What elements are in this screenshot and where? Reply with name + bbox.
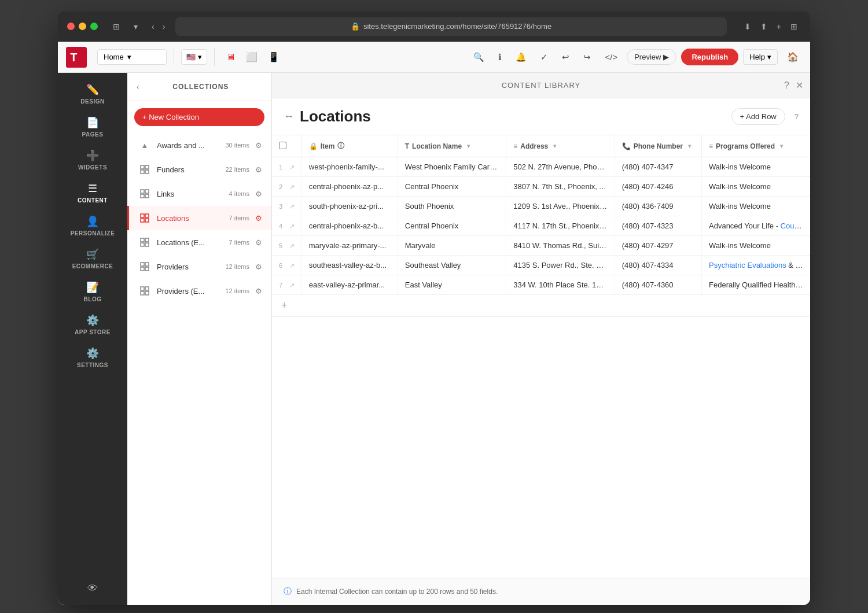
collection-item-funders[interactable]: Funders 22 items ⚙ — [127, 157, 271, 182]
desktop-device-button[interactable]: 🖥 — [222, 48, 240, 66]
row4-programs[interactable]: Advanced Your Life - Court O — [702, 216, 811, 236]
providers-gear-icon[interactable]: ⚙ — [255, 263, 262, 271]
downloads-button[interactable]: ⬇ — [741, 20, 755, 34]
info-button[interactable]: ℹ — [494, 49, 506, 66]
collection-item-providers[interactable]: Providers 12 items ⚙ — [127, 254, 271, 279]
row1-item[interactable]: west-phoenix-family-... — [301, 157, 398, 177]
tab-chevron-button[interactable]: ▾ — [130, 20, 141, 34]
row3-expand-icon[interactable]: ↗ — [289, 203, 295, 210]
row3-programs[interactable]: Walk-ins Welcome — [702, 197, 811, 216]
row7-expand-icon[interactable]: ↗ — [289, 282, 295, 289]
row1-address[interactable]: 502 N. 27th Avenue, Phoenix, A — [506, 157, 615, 177]
row4-expand-icon[interactable]: ↗ — [289, 223, 295, 230]
address-bar[interactable]: 🔒 sites.telegenicmarketing.com/home/site… — [175, 17, 726, 36]
row1-phone[interactable]: (480) 407-4347 — [615, 157, 701, 177]
row5-phone[interactable]: (480) 407-4297 — [615, 236, 701, 256]
row6-programs-link[interactable]: Psychiatric Evaluations — [709, 261, 786, 269]
undo-button[interactable]: ↩ — [557, 49, 574, 66]
new-collection-button[interactable]: + New Collection — [134, 108, 264, 126]
th-location-sort-icon[interactable]: ▾ — [467, 143, 470, 149]
minimize-button[interactable] — [79, 23, 86, 30]
th-address-sort-icon[interactable]: ▾ — [553, 143, 556, 149]
row5-programs[interactable]: Walk-ins Welcome — [702, 236, 811, 256]
th-phone-sort-icon[interactable]: ▾ — [688, 143, 691, 149]
home-button[interactable]: 🏠 — [782, 48, 803, 66]
row2-item[interactable]: central-phoenix-az-p... — [301, 177, 398, 197]
row2-location-name[interactable]: Central Phoenix — [398, 177, 506, 197]
content-library-close-button[interactable]: ✕ — [796, 80, 803, 91]
sidebar-item-content[interactable]: ☰ CONTENT — [67, 178, 119, 208]
row6-expand-icon[interactable]: ↗ — [289, 262, 295, 269]
maximize-button[interactable] — [90, 23, 98, 30]
sidebar-item-accessibility[interactable]: 👁 — [67, 578, 119, 599]
grid-button[interactable]: ⊞ — [787, 20, 801, 34]
row5-expand-icon[interactable]: ↗ — [289, 242, 295, 249]
row3-location-name[interactable]: South Phoenix — [398, 197, 506, 216]
row7-item[interactable]: east-valley-az-primar... — [301, 275, 398, 295]
row4-programs-link[interactable]: Court O — [781, 221, 807, 230]
row5-location-name[interactable]: Maryvale — [398, 236, 506, 256]
collapse-button[interactable]: ‹ — [137, 82, 139, 91]
collection-item-awards[interactable]: ▲ Awards and ... 30 items ⚙ — [127, 133, 271, 157]
sidebar-item-blog[interactable]: 📝 BLOG — [67, 276, 119, 307]
th-programs-sort-icon[interactable]: ▾ — [780, 143, 783, 149]
page-selector[interactable]: Home ▾ — [97, 49, 167, 65]
forward-button[interactable]: › — [159, 20, 169, 34]
row5-address[interactable]: 8410 W. Thomas Rd., Suite 116 — [506, 236, 615, 256]
sidebar-item-ecommerce[interactable]: 🛒 ECOMMERCE — [67, 243, 119, 274]
back-button[interactable]: ‹ — [148, 20, 158, 34]
sidebar-item-widgets[interactable]: ➕ WIDGETS — [67, 145, 119, 175]
locations-e-gear-icon[interactable]: ⚙ — [255, 238, 262, 247]
row4-item[interactable]: central-phoenix-az-b... — [301, 216, 398, 236]
row6-phone[interactable]: (480) 407-4334 — [615, 256, 701, 275]
collection-item-locations-e[interactable]: Locations (E... 7 items ⚙ — [127, 230, 271, 254]
row6-programs[interactable]: Psychiatric Evaluations & Me — [702, 256, 811, 275]
language-selector[interactable]: 🇺🇸 ▾ — [181, 49, 207, 65]
row7-location-name[interactable]: East Valley — [398, 275, 506, 295]
row5-item[interactable]: maryvale-az-primary-... — [301, 236, 398, 256]
locations-gear-icon[interactable]: ⚙ — [255, 214, 262, 223]
row1-programs[interactable]: Walk-ins Welcome — [702, 157, 811, 177]
links-gear-icon[interactable]: ⚙ — [255, 190, 262, 198]
row3-item[interactable]: south-phoenix-az-pri... — [301, 197, 398, 216]
row6-item[interactable]: southeast-valley-az-b... — [301, 256, 398, 275]
redo-button[interactable]: ↪ — [579, 49, 595, 66]
row4-address[interactable]: 4117 N. 17th St., Phoenix, AZ 85 — [506, 216, 615, 236]
check-button[interactable]: ✓ — [536, 49, 553, 66]
notifications-button[interactable]: 🔔 — [511, 49, 531, 66]
preview-button[interactable]: Preview ▶ — [627, 49, 676, 65]
collection-item-providers-e[interactable]: Providers (E... 12 items ⚙ — [127, 279, 271, 303]
search-button[interactable]: 🔍 — [469, 49, 489, 66]
sidebar-item-personalize[interactable]: 👤 PERSONALIZE — [67, 211, 119, 241]
help-button[interactable]: Help ▾ — [743, 49, 778, 65]
row6-location-name[interactable]: Southeast Valley — [398, 256, 506, 275]
republish-button[interactable]: Republish — [681, 49, 738, 65]
close-button[interactable] — [67, 23, 75, 30]
collection-item-links[interactable]: Links 4 items ⚙ — [127, 182, 271, 206]
awards-gear-icon[interactable]: ⚙ — [255, 141, 262, 150]
row6-address[interactable]: 4135 S. Power Rd., Ste. 108, Me — [506, 256, 615, 275]
th-item-info-icon[interactable]: ⓘ — [337, 141, 344, 151]
content-library-help-button[interactable]: ? — [784, 80, 789, 91]
sidebar-item-settings[interactable]: ⚙️ SETTINGS — [67, 342, 119, 373]
row7-programs[interactable]: Federally Qualified Health Ce — [702, 275, 811, 295]
select-all-checkbox[interactable] — [279, 142, 286, 149]
sidebar-item-appstore[interactable]: ⚙️ APP STORE — [67, 309, 119, 340]
tablet-device-button[interactable]: ⬜ — [241, 48, 262, 66]
row3-phone[interactable]: (480) 436-7409 — [615, 197, 701, 216]
row2-expand-icon[interactable]: ↗ — [289, 183, 295, 190]
row2-address[interactable]: 3807 N. 7th St., Phoenix, AZ 85 — [506, 177, 615, 197]
funders-gear-icon[interactable]: ⚙ — [255, 165, 262, 174]
add-row-button[interactable]: + Add Row — [731, 108, 785, 125]
row4-phone[interactable]: (480) 407-4323 — [615, 216, 701, 236]
add-row-plus-button[interactable]: + — [279, 300, 290, 312]
collection-item-locations[interactable]: Locations 7 items ⚙ — [127, 206, 271, 230]
row2-programs[interactable]: Walk-ins Welcome — [702, 177, 811, 197]
share-button[interactable]: ⬆ — [757, 20, 771, 34]
new-tab-button[interactable]: + — [773, 20, 785, 34]
code-button[interactable]: </> — [600, 49, 622, 65]
providers-e-gear-icon[interactable]: ⚙ — [255, 287, 262, 296]
row1-location-name[interactable]: West Phoenix Family Care ... — [398, 157, 506, 177]
row4-location-name[interactable]: Central Phoenix — [398, 216, 506, 236]
row7-address[interactable]: 334 W. 10th Place Ste. 100, Mes — [506, 275, 615, 295]
